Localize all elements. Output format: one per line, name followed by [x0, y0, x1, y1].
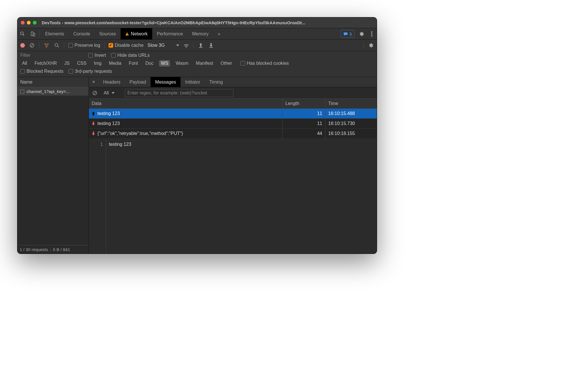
type-filter-media[interactable]: Media — [107, 60, 123, 66]
request-status-icon — [20, 90, 24, 94]
message-length: 44 — [283, 129, 325, 138]
preview-line-no: 1 — [89, 140, 106, 254]
third-party-checkbox[interactable]: 3rd-party requests — [69, 69, 112, 74]
message-data: testing 123 — [97, 111, 120, 116]
svg-rect-2 — [33, 33, 35, 36]
chevron-down-icon — [112, 92, 115, 94]
arrow-up-icon — [92, 111, 95, 116]
message-direction-value: All — [104, 90, 109, 96]
invert-checkbox[interactable]: Invert — [88, 53, 106, 58]
close-window-button[interactable] — [21, 21, 25, 25]
message-direction-select[interactable]: All — [101, 90, 121, 96]
more-tabs-button[interactable]: » — [213, 28, 225, 39]
svg-point-9 — [55, 43, 58, 47]
type-filter-css[interactable]: CSS — [75, 60, 88, 66]
network-settings-icon[interactable] — [368, 42, 374, 49]
type-filter-all[interactable]: All — [20, 60, 29, 66]
issues-count: 1 — [350, 31, 352, 36]
message-row[interactable]: {"url":"ok","retryable":true,"method":"P… — [89, 129, 377, 139]
has-blocked-cookies-checkbox[interactable]: Has blocked cookies — [241, 61, 289, 66]
minimize-window-button[interactable] — [27, 21, 31, 25]
tab-label: Sources — [99, 31, 116, 37]
svg-rect-3 — [127, 33, 127, 35]
detail-tab-headers[interactable]: Headers — [99, 77, 125, 87]
throttling-select[interactable]: Slow 3G — [147, 43, 179, 48]
detail-tab-payload[interactable]: Payload — [125, 77, 151, 87]
message-length: 11 — [283, 109, 325, 118]
message-data: testing 123 — [97, 121, 120, 126]
arrow-down-icon — [92, 131, 95, 136]
request-row[interactable]: channel_1?api_key=... — [17, 87, 89, 96]
main-tabbar: ElementsConsoleSourcesNetworkPerformance… — [17, 28, 377, 40]
message-data: {"url":"ok","retryable":true,"method":"P… — [97, 131, 183, 136]
arrow-down-icon — [92, 121, 95, 126]
record-button[interactable] — [20, 43, 25, 48]
messages-toolbar: All — [89, 87, 377, 99]
detail-tab-messages[interactable]: Messages — [151, 77, 181, 87]
tab-elements[interactable]: Elements — [41, 28, 69, 39]
type-filter-doc[interactable]: Doc — [144, 60, 155, 66]
svg-point-7 — [371, 35, 372, 37]
preserve-log-checkbox[interactable]: Preserve log — [68, 43, 100, 48]
disable-cache-checkbox[interactable]: Disable cache — [109, 43, 144, 48]
type-filter-font[interactable]: Font — [127, 60, 140, 66]
preview-text: testing 123 — [106, 140, 134, 254]
svg-rect-11 — [199, 47, 203, 48]
type-filter-fetchxhr[interactable]: Fetch/XHR — [33, 60, 59, 66]
col-time[interactable]: Time — [325, 99, 377, 108]
device-toolbar-icon[interactable] — [28, 28, 38, 39]
zoom-window-button[interactable] — [33, 21, 37, 25]
type-filter-img[interactable]: Img — [92, 60, 103, 66]
type-filter-js[interactable]: JS — [63, 60, 71, 66]
issues-button[interactable]: 1 — [341, 30, 354, 38]
col-length[interactable]: Length — [283, 99, 325, 108]
search-icon[interactable] — [54, 42, 60, 49]
messages-header-row: Data Length Time — [89, 99, 377, 109]
close-detail-button[interactable]: × — [89, 79, 99, 85]
filter-bar: Invert Hide data URLs AllFetch/XHRJSCSSI… — [17, 51, 377, 77]
tab-console[interactable]: Console — [69, 28, 95, 39]
type-filter-wasm[interactable]: Wasm — [174, 60, 190, 66]
filter-input[interactable] — [20, 53, 83, 58]
type-filter-manifest[interactable]: Manifest — [194, 60, 215, 66]
status-bar: 1 / 30 requests 0 B / 841 — [17, 245, 89, 254]
filter-icon[interactable] — [43, 42, 50, 49]
more-tabs-label: » — [218, 31, 220, 37]
chevron-down-icon — [176, 45, 179, 46]
message-preview: 1 testing 123 — [89, 140, 377, 254]
type-filter-other[interactable]: Other — [219, 60, 234, 66]
clear-messages-icon[interactable] — [92, 90, 98, 96]
blocked-requests-checkbox[interactable]: Blocked Requests — [20, 69, 63, 74]
tab-performance[interactable]: Performance — [152, 28, 188, 39]
messages-rows: testing 1231116:10:15.488testing 1231116… — [89, 109, 377, 140]
more-menu-icon[interactable] — [366, 28, 377, 39]
inspect-element-icon[interactable] — [17, 28, 28, 39]
hide-data-urls-checkbox[interactable]: Hide data URLs — [111, 53, 150, 58]
tab-label: Console — [73, 31, 90, 37]
svg-rect-12 — [209, 47, 213, 48]
tab-memory[interactable]: Memory — [187, 28, 213, 39]
message-regex-input[interactable] — [125, 89, 233, 97]
has-blocked-cookies-label: Has blocked cookies — [247, 61, 289, 66]
upload-har-icon[interactable] — [198, 42, 204, 49]
message-time: 16:10:18.155 — [325, 129, 377, 138]
detail-tab-initiator[interactable]: Initiator — [181, 77, 205, 87]
request-list: channel_1?api_key=... — [17, 87, 89, 245]
svg-point-10 — [186, 47, 187, 47]
tab-label: Memory — [192, 31, 209, 37]
tab-network[interactable]: Network — [121, 28, 152, 39]
message-length: 11 — [283, 119, 325, 128]
clear-icon[interactable] — [29, 42, 35, 49]
col-data[interactable]: Data — [89, 99, 283, 108]
type-filter-ws[interactable]: WS — [159, 60, 170, 66]
detail-tab-timing[interactable]: Timing — [205, 77, 227, 87]
message-row[interactable]: testing 1231116:10:15.488 — [89, 109, 377, 119]
network-content: Name channel_1?api_key=... 1 / 30 reques… — [17, 77, 377, 254]
download-har-icon[interactable] — [208, 42, 214, 49]
settings-icon[interactable] — [356, 28, 366, 39]
tab-sources[interactable]: Sources — [95, 28, 121, 39]
message-row[interactable]: testing 1231116:10:15.730 — [89, 119, 377, 129]
network-conditions-icon[interactable] — [183, 42, 189, 49]
detail-tabs: × HeadersPayloadMessagesInitiatorTiming — [89, 77, 377, 87]
hide-data-urls-label: Hide data URLs — [117, 53, 150, 58]
